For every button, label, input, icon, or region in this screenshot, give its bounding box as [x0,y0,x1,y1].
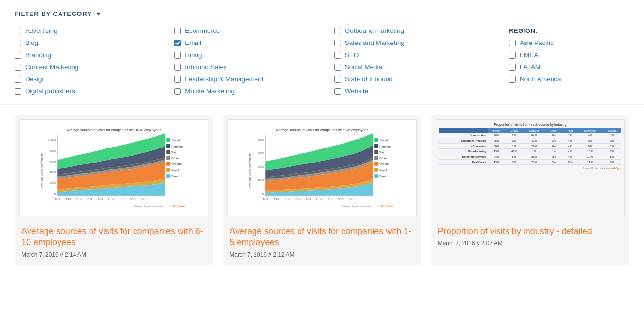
svg-text:Referrals: Referrals [380,145,392,148]
card-1[interactable]: Average sources of visits for companies … [15,115,213,265]
svg-text:8000: 8000 [50,149,56,152]
checkbox-advertising-label: Advertising [25,27,58,34]
svg-rect-28 [166,144,170,148]
checkbox-social-media[interactable]: Social Media [334,63,484,71]
checkbox-design-input[interactable] [15,76,21,83]
checkbox-sales-marketing-input[interactable] [334,40,341,46]
checkbox-digital-publishers-input[interactable] [15,88,21,95]
checkbox-state-of-inbound-input[interactable] [334,76,341,83]
checkbox-branding-input[interactable] [15,52,21,59]
checkbox-advertising-input[interactable] [15,28,21,34]
svg-text:Social: Social [171,138,180,142]
checkbox-branding-label: Branding [25,51,51,59]
checkbox-outbound-input[interactable] [334,28,341,34]
chart-2-svg: Average sources of visits for companies … [233,125,411,211]
svg-rect-32 [166,156,170,160]
checkbox-outbound-label: Outbound marketing [345,27,404,34]
checkbox-ecommerce[interactable]: Ecommerce [174,27,324,34]
card-2-date: March 7, 2016 // 2:12 AM [229,252,414,258]
card-3[interactable]: Proportion of visits from each source by… [431,115,629,265]
svg-text:3000: 3000 [258,152,264,155]
checkbox-content-marketing[interactable]: Content Marketing [15,63,165,71]
svg-rect-77 [375,168,379,172]
svg-text:4000: 4000 [258,138,264,141]
svg-text:7/14: 7/14 [295,198,300,201]
svg-rect-69 [375,144,379,148]
checkbox-asia-pacific[interactable]: Asia Pacific [509,39,620,46]
checkbox-north-america[interactable]: North America [509,75,620,83]
svg-text:1/15: 1/15 [119,198,124,201]
checkbox-inbound-sales-input[interactable] [174,64,181,71]
svg-text:4000: 4000 [50,171,56,174]
region-label: REGION: [509,27,620,34]
checkbox-mobile-marketing-label: Mobile Marketing [185,88,235,95]
svg-text:10000: 10000 [48,138,56,141]
svg-text:Average visits per website: Average visits per website [248,153,252,188]
filter-header[interactable]: FILTER BY CATEGORY ▾ [15,10,629,17]
checkbox-blog-input[interactable] [15,40,21,46]
checkbox-leadership[interactable]: Leadership & Management [174,75,324,83]
svg-text:Email: Email [171,168,179,172]
card-2-title: Average sources of visits for companies … [229,226,414,249]
svg-text:Paid: Paid [171,150,177,154]
checkbox-social-media-input[interactable] [334,64,341,71]
filter-col-3: Outbound marketing Sales and Marketing S… [334,27,494,100]
table-header-blank [439,128,488,133]
svg-text:0: 0 [54,193,56,195]
svg-text:5/14: 5/14 [76,198,81,201]
checkbox-hiring-label: Hiring [185,51,202,59]
checkbox-design[interactable]: Design [15,75,165,83]
checkbox-ecommerce-label: Ecommerce [185,27,220,34]
checkbox-social-media-label: Social Media [345,63,382,71]
svg-rect-38 [166,174,170,178]
checkbox-state-of-inbound[interactable]: State of Inbound [334,75,484,83]
checkbox-blog[interactable]: Blog [15,39,165,46]
svg-text:Organic: Organic [171,162,181,165]
checkbox-latam-input[interactable] [509,64,516,71]
checkbox-ecommerce-input[interactable] [174,28,181,34]
checkbox-digital-publishers-label: Digital publishers [25,88,75,95]
svg-text:2000: 2000 [258,165,264,168]
checkbox-hiring[interactable]: Hiring [174,51,324,59]
checkbox-branding[interactable]: Branding [15,51,165,59]
svg-text:Average sources of visits for : Average sources of visits for companies … [66,128,161,132]
svg-text:1/14: 1/14 [55,198,60,201]
checkbox-emea-label: EMEA [520,51,538,59]
svg-rect-71 [375,150,379,154]
checkbox-website-label: Website [345,88,369,95]
card-3-image: Proportion of visits from each source by… [436,119,625,216]
checkbox-email-input[interactable] [174,40,181,46]
svg-text:11/14: 11/14 [108,198,115,201]
checkbox-website[interactable]: Website [334,88,484,95]
checkbox-digital-publishers[interactable]: Digital publishers [15,88,165,95]
checkbox-seo-input[interactable] [334,52,341,59]
table-row: Consumer Products 36%3%42%2%4%9%3% [439,138,621,144]
svg-text:Source: Product data from: Source: Product data from [134,205,165,207]
svg-text:HubSpot: HubSpot [173,204,185,207]
checkbox-inbound-sales[interactable]: Inbound Sales [174,63,324,71]
svg-rect-34 [166,162,170,166]
checkbox-asia-pacific-input[interactable] [509,40,516,46]
checkbox-email[interactable]: Email [174,39,324,46]
checkbox-emea[interactable]: EMEA [509,51,620,59]
svg-text:Direct: Direct [380,174,388,178]
table-row: eCommerce 50%1%29%6%4%8%1% [439,144,621,149]
checkbox-emea-input[interactable] [509,52,516,59]
checkbox-mobile-marketing-input[interactable] [174,88,181,95]
checkbox-north-america-input[interactable] [509,76,516,83]
checkbox-hiring-input[interactable] [174,52,181,59]
card-1-title: Average sources of visits for companies … [21,226,206,249]
checkbox-website-input[interactable] [334,88,341,95]
card-2[interactable]: Average sources of visits for companies … [223,115,421,265]
checkbox-design-label: Design [25,75,45,83]
checkbox-mobile-marketing[interactable]: Mobile Marketing [174,88,324,95]
checkbox-seo[interactable]: SEO [334,51,484,59]
checkbox-sales-marketing[interactable]: Sales and Marketing [334,39,484,46]
checkbox-content-marketing-input[interactable] [15,64,21,71]
svg-text:Paid: Paid [380,150,386,154]
checkbox-advertising[interactable]: Advertising [15,27,165,34]
card-3-chart-title: Proportion of visits from each source by… [439,123,621,126]
checkbox-leadership-input[interactable] [174,76,181,83]
checkbox-latam[interactable]: LATAM [509,63,620,71]
checkbox-outbound[interactable]: Outbound marketing [334,27,484,34]
